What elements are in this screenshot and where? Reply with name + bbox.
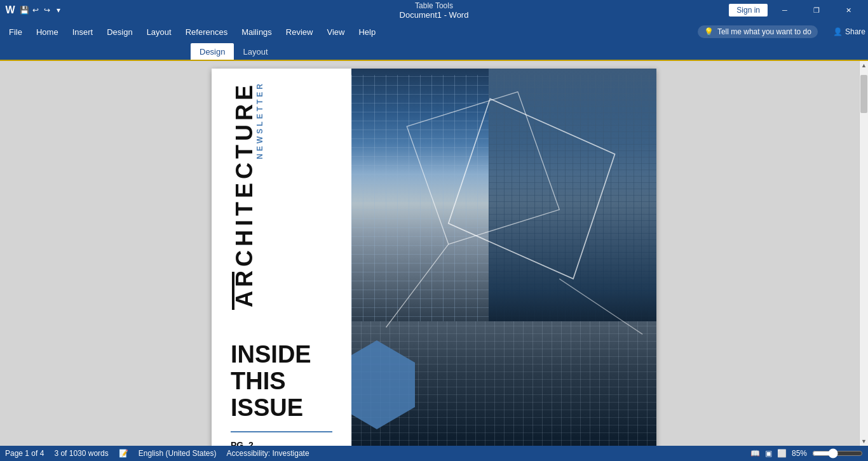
title-bar: W 💾 ↩ ↪ ▾ Table Tools Document1 - Word S… — [0, 0, 868, 20]
architecture-title: ARCHITECTURE — [231, 81, 256, 307]
page-info: Page 1 of 4 — [5, 449, 44, 458]
menu-mailings[interactable]: Mailings — [235, 25, 278, 39]
tab-design[interactable]: Design — [191, 43, 234, 60]
share-person-icon: 👤 — [833, 27, 843, 36]
table-tools-label: Table Tools — [415, 0, 453, 10]
page2-label: PG. 2 — [231, 440, 339, 446]
scroll-track[interactable] — [860, 70, 868, 437]
sign-in-button[interactable]: Sign in — [729, 4, 768, 17]
menu-view[interactable]: View — [320, 25, 351, 39]
status-right: 📖 ▣ ⬜ 85% — [750, 448, 863, 458]
accessibility-status[interactable]: Accessibility: Investigate — [227, 449, 309, 458]
language: English (United States) — [139, 449, 217, 458]
menu-references[interactable]: References — [179, 25, 234, 39]
document-page: ARCHITECTURE NEWSLETTER INSIDE THIS ISSU… — [212, 69, 656, 446]
document-title: Document1 - Word — [400, 10, 469, 20]
menu-file[interactable]: File — [3, 25, 29, 39]
vertical-title-area: ARCHITECTURE NEWSLETTER — [231, 81, 339, 259]
redo-icon[interactable]: ↪ — [42, 5, 52, 15]
building-layer-2 — [489, 69, 656, 346]
share-button[interactable]: 👤 Share — [833, 27, 865, 36]
left-panel: ARCHITECTURE NEWSLETTER INSIDE THIS ISSU… — [212, 69, 351, 446]
save-icon[interactable]: 💾 — [19, 5, 29, 15]
proofing-icon: 📝 — [119, 449, 128, 458]
title-bar-left: W 💾 ↩ ↪ ▾ — [5, 5, 64, 15]
inside-divider — [231, 431, 332, 432]
tab-layout[interactable]: Layout — [234, 43, 276, 60]
tell-me-text: Tell me what you want to do — [717, 27, 811, 36]
menu-bar: File Home Insert Design Layout Reference… — [0, 20, 868, 43]
tell-me-field[interactable]: 💡 Tell me what you want to do — [698, 25, 818, 38]
menu-review[interactable]: Review — [280, 25, 320, 39]
customize-quick-access-icon[interactable]: ▾ — [53, 5, 64, 15]
word-icon: W — [5, 5, 15, 15]
inside-this-issue-section: INSIDE THIS ISSUE PG. 2 Give us a blurb … — [231, 342, 339, 446]
status-bar: Page 1 of 4 3 of 1030 words 📝 English (U… — [0, 446, 868, 461]
undo-icon[interactable]: ↩ — [31, 5, 41, 15]
minimize-button[interactable]: ─ — [770, 0, 799, 20]
scroll-down-arrow[interactable]: ▼ — [860, 437, 869, 446]
menu-help[interactable]: Help — [352, 25, 382, 39]
menu-home[interactable]: Home — [30, 25, 65, 39]
newsletter-layout: ARCHITECTURE NEWSLETTER INSIDE THIS ISSU… — [212, 69, 656, 446]
vertical-scrollbar[interactable]: ▲ ▼ — [859, 61, 868, 446]
newsletter-subtitle-vertical: NEWSLETTER — [256, 81, 264, 159]
word-count: 3 of 1030 words — [54, 449, 108, 458]
view-web-icon[interactable]: ⬜ — [777, 449, 787, 458]
zoom-slider[interactable] — [812, 448, 863, 458]
menu-design[interactable]: Design — [100, 25, 139, 39]
scroll-thumb[interactable] — [860, 75, 867, 113]
document-area: ARCHITECTURE NEWSLETTER INSIDE THIS ISSU… — [0, 61, 868, 446]
table-tools-ribbon-tabs: Design Layout — [0, 43, 868, 61]
restore-button[interactable]: ❐ — [802, 0, 831, 20]
title-bar-right: Sign in ─ ❐ ✕ — [729, 0, 863, 20]
lightbulb-icon: 💡 — [704, 27, 714, 36]
right-panel: TITLE GOES HERE SUBTITLE GOES HERE This … — [351, 69, 656, 446]
close-button[interactable]: ✕ — [834, 0, 863, 20]
view-read-icon[interactable]: 📖 — [750, 449, 760, 458]
menu-layout[interactable]: Layout — [140, 25, 178, 39]
view-normal-icon[interactable]: ▣ — [765, 449, 772, 458]
menu-insert[interactable]: Insert — [66, 25, 100, 39]
quick-access-toolbar: 💾 ↩ ↪ ▾ — [19, 5, 64, 15]
scroll-up-arrow[interactable]: ▲ — [860, 61, 869, 70]
building-grid-left — [351, 75, 489, 352]
share-label: Share — [845, 27, 865, 36]
zoom-level[interactable]: 85% — [792, 449, 807, 458]
inside-this-issue-title: INSIDE THIS ISSUE — [231, 342, 339, 421]
